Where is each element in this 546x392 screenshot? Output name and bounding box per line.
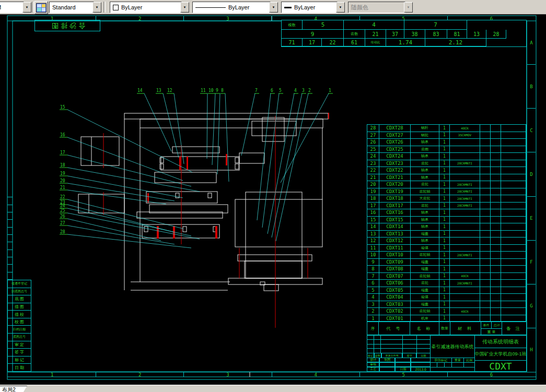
bom-qty: 1 xyxy=(439,146,450,153)
bom-weight-total xyxy=(491,174,501,182)
svg-text:14: 14 xyxy=(137,88,143,93)
bom-no: 5 xyxy=(367,287,379,294)
bom-name: 轴承 xyxy=(411,237,439,245)
left-strip-label: 校 图 xyxy=(8,318,31,326)
bom-code: CDXT21 xyxy=(379,174,411,182)
gear-table-cell: 传动比 xyxy=(365,39,386,46)
bom-weight-total xyxy=(491,195,501,203)
bom-weight-total xyxy=(491,153,501,160)
status-bar: 布局2 xyxy=(0,385,546,392)
bom-weight-unit xyxy=(480,280,491,287)
bom-weight-unit xyxy=(480,167,491,174)
svg-text:13: 13 xyxy=(156,88,161,93)
zone-letter: D xyxy=(527,152,536,196)
bom-no: 14 xyxy=(367,223,379,231)
list-title: 传动系统明细表 xyxy=(474,335,527,348)
zone-letter: C xyxy=(527,109,536,152)
bom-weight-unit xyxy=(480,181,491,188)
organization: 中国矿业大学机自09-1班 xyxy=(474,348,527,361)
bom-weight-unit xyxy=(480,315,491,323)
zone-letter: E xyxy=(527,197,536,241)
layout-tab-label: 布局2 xyxy=(2,386,16,392)
gear-table-cell: 21 xyxy=(365,30,386,39)
svg-text:22: 22 xyxy=(60,195,65,199)
bom-code: CDXT25 xyxy=(379,146,411,153)
layout-tab[interactable]: 布局2 xyxy=(0,386,27,392)
bom-no: 3 xyxy=(367,301,379,308)
bom-no: 4 xyxy=(367,294,379,301)
bom-remark xyxy=(501,209,526,217)
zone-number: 4 xyxy=(272,372,360,377)
bom-header-no: 序 xyxy=(367,322,379,335)
gear-table-cell: 1.74 xyxy=(386,39,425,46)
bom-code: CDXT08 xyxy=(379,266,411,273)
bom-weight-total xyxy=(491,217,501,224)
bom-name: 箱体 xyxy=(411,294,439,301)
bom-weight-unit xyxy=(480,139,491,146)
bom-code: CDXT03 xyxy=(379,301,411,308)
gear-table-cell: 4.5 xyxy=(344,46,404,47)
left-strip-label: 审 定 xyxy=(8,341,31,349)
title-block: 标记处数更改文件号签字日期 设计制图审核工艺日期2013.6 牵引减速器传动系统… xyxy=(367,335,527,372)
bom-name: 齿轮 xyxy=(411,181,439,188)
bom-weight-total xyxy=(491,132,501,139)
bom-weight-total xyxy=(491,301,501,308)
signature-rows: 设计制图审核工艺日期2013.6 xyxy=(367,358,431,372)
bom-material: 40CR xyxy=(450,125,480,132)
bom-weight-unit xyxy=(480,125,491,132)
bom-code: CDXT12 xyxy=(379,237,411,245)
bom-name: 齿轮轴 xyxy=(411,308,439,315)
bom-material xyxy=(450,237,480,245)
cad-application-window: DIM ▼ Standard ▼ ByLayer ▼ ByLayer ▼ ByL… xyxy=(0,0,546,392)
bom-code: CDXT18 xyxy=(379,195,411,203)
bom-remark xyxy=(501,273,526,280)
gear-table-cell: 71 xyxy=(282,39,303,46)
title-block-date xyxy=(411,358,431,362)
left-strip-label: 旧底图总号 xyxy=(8,288,31,296)
bom-code: CDXT17 xyxy=(379,203,411,210)
signature-cell xyxy=(395,358,411,362)
left-strip-label: 归档日期 xyxy=(8,326,31,334)
bom-weight-unit xyxy=(480,217,491,224)
gear-table-cell: 9 xyxy=(282,30,344,39)
gear-table-cell: 81 xyxy=(447,30,467,39)
bom-remark xyxy=(501,146,526,153)
bom-no: 19 xyxy=(367,188,379,196)
bom-name: 轴承 xyxy=(411,209,439,217)
bom-no: 23 xyxy=(367,160,379,168)
parts-list-table: 28CDXT28蜗杆140CR27CDXT27蜗轮135CRMOV26CDXT2… xyxy=(367,124,527,322)
bom-code: CDXT01 xyxy=(379,315,411,323)
zone-letter: F xyxy=(527,241,536,284)
bom-name: 箱体 xyxy=(411,245,439,252)
bom-material: 40CR xyxy=(450,308,480,315)
bom-qty: 1 xyxy=(439,252,450,259)
bom-remark xyxy=(501,188,526,196)
bom-remark xyxy=(501,139,526,146)
bom-weight-total xyxy=(491,160,501,168)
bom-weight-unit xyxy=(480,308,491,315)
bom-remark xyxy=(501,280,526,287)
bom-code: CDXT14 xyxy=(379,223,411,231)
svg-text:17: 17 xyxy=(60,150,65,155)
bom-weight-unit xyxy=(480,132,491,139)
drawing-code: CDXT xyxy=(474,360,527,372)
bom-weight-unit xyxy=(480,153,491,160)
zone-number: 6 xyxy=(448,372,535,377)
bom-code: CDXT19 xyxy=(379,188,411,196)
left-strip-label: 底 图 xyxy=(8,295,31,303)
bom-name: 大齿轮 xyxy=(411,195,439,203)
bom-material xyxy=(450,139,480,146)
bom-name: 齿轮轴 xyxy=(411,252,439,259)
bom-qty: 1 xyxy=(439,167,450,174)
bom-weight-total xyxy=(491,223,501,231)
bom-weight-unit xyxy=(480,273,491,280)
bom-name: 齿轮轴 xyxy=(411,273,439,280)
zone-number: 2 xyxy=(96,16,184,21)
revision-grid xyxy=(367,335,431,353)
bom-no: 10 xyxy=(367,252,379,259)
gear-table-cell: 5 xyxy=(303,20,344,30)
bom-code: CDXT27 xyxy=(379,132,411,139)
bom-remark xyxy=(501,217,526,224)
bom-no: 24 xyxy=(367,153,379,160)
svg-text:10: 10 xyxy=(208,88,214,93)
